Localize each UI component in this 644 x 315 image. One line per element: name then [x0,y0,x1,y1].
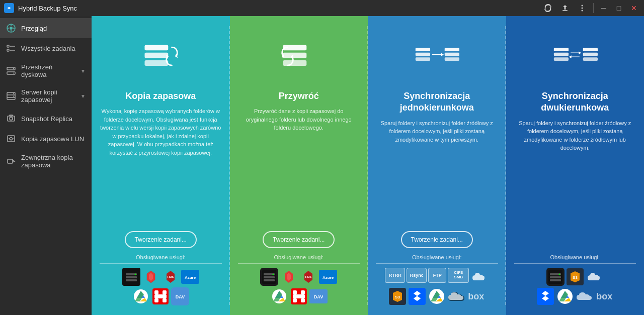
refresh-button[interactable] [541,1,555,15]
svg-point-1 [8,7,10,9]
card-restore-services-label: Obsługiwane usługi: [238,254,360,260]
service-qnap-s2 [546,268,565,286]
service-azure-red-r: HBS [299,268,317,286]
svg-rect-2 [562,10,568,11]
card-backup-title: Kopia zapasowa [125,90,196,102]
svg-rect-105 [550,279,561,281]
card-sync-two-services: Obsługiwane usługi: [514,254,636,307]
svg-rect-75 [301,290,305,294]
svg-rect-94 [554,57,569,61]
svg-rect-99 [583,48,598,51]
svg-rect-57 [283,60,306,66]
sidebar-item-serwer-kopii-zapasowej[interactable]: Serwer kopii zapasowej ▼ [0,83,92,109]
sidebar-item-wszystkie-zadania[interactable]: Wszystkie zadania [0,38,92,58]
svg-rect-62 [264,276,275,278]
svg-point-5 [582,10,583,12]
storage-icon [6,66,16,76]
svg-rect-31 [145,53,169,58]
sidebar-item-przestrzen-dyskowa[interactable]: Przestrzeń dyskowa ▼ [0,58,92,83]
svg-rect-13 [7,49,9,51]
service-webdav-r: DAV [309,287,328,305]
sidebar-item-snapshot-replica[interactable]: Snapshot Replica [0,109,92,129]
service-microsoft-azure-r: Azure [319,268,337,286]
svg-rect-104 [550,276,561,278]
card-sync-one-title: Synchronizacja jednokierunkowa [376,90,498,114]
card-sync-one-services-label: Obsługiwane usługi: [376,254,498,260]
svg-rect-93 [554,53,569,56]
card-sync-one-services: Obsługiwane usługi: RTRR Rsync FTP CIFSS… [376,254,498,307]
sidebar-label-wszystkie-zadania: Wszystkie zadania [21,45,75,52]
restore-icon-area [276,26,321,86]
svg-text:Azure: Azure [185,275,196,280]
service-azure-hub-r [280,268,298,286]
card-backup: Kopia zapasowa Wykonaj kopię zapasową wy… [92,16,230,315]
svg-point-7 [10,27,13,30]
service-dropbox [408,287,426,305]
svg-marker-98 [569,55,571,58]
card-backup-services: Obsługiwane usługi: [100,254,222,307]
sidebar-item-zewnetrzna-kopia-zapasowa[interactable]: Zewnętrzna kopia zapasowa [0,149,92,174]
card-backup-button[interactable]: Tworzenie zadani... [125,231,197,248]
chevron-icon-2: ▼ [80,93,86,99]
svg-rect-50 [163,290,167,294]
card-restore-services: Obsługiwane usługi: [238,254,360,307]
svg-rect-82 [416,57,430,61]
card-sync-one-button[interactable]: Tworzenie zadani... [401,231,473,248]
svg-point-18 [13,68,14,69]
service-cloud [470,268,489,286]
service-hubic-s2 [576,287,594,305]
service-gdrive-s2 [556,287,574,305]
list-icon [6,43,16,53]
service-dropbox-s2 [536,287,554,305]
svg-text:DAV: DAV [314,294,323,299]
service-googledrive-r [270,287,288,305]
svg-marker-84 [441,53,444,56]
svg-text:HBS: HBS [167,275,174,278]
svg-point-26 [10,117,13,120]
backup-icon-area [138,26,183,86]
svg-text:DAV: DAV [176,294,185,299]
svg-text:Azure: Azure [323,275,334,280]
service-webdav: DAV [171,287,189,305]
svg-point-23 [13,93,14,94]
card-backup-services-label: Obsługiwane usługi: [100,254,222,260]
svg-rect-101 [583,57,598,61]
sidebar-item-kopia-zapasowa-lun[interactable]: Kopia zapasowa LUN [0,129,92,149]
service-microsoft-azure: Azure [181,268,199,286]
sidebar-label-snapshot-replica: Snapshot Replica [21,115,72,123]
service-rsync: Rsync [407,268,427,283]
svg-text:S3: S3 [573,275,578,280]
svg-rect-32 [145,60,169,66]
svg-rect-63 [264,279,275,281]
service-ftp: FTP [428,268,446,283]
svg-rect-51 [154,298,158,302]
maximize-button[interactable]: □ [613,2,625,14]
sidebar-item-przeglad[interactable]: Przegląd [0,18,92,38]
service-gdrive [428,287,446,305]
svg-rect-30 [145,45,169,51]
svg-rect-87 [445,57,459,61]
service-box: box [467,287,485,305]
more-button[interactable] [575,1,589,15]
svg-rect-92 [554,48,569,51]
card-restore-button[interactable]: Tworzenie zadani... [263,231,335,248]
sidebar-label-przestrzen-dyskowa: Przestrzeń dyskowa [21,63,75,78]
close-button[interactable]: ✕ [628,2,640,14]
svg-marker-96 [579,51,581,54]
svg-rect-73 [293,294,305,298]
sync-one-icon-area [414,26,459,86]
minimize-button[interactable]: ─ [598,2,610,14]
home-icon [6,23,16,33]
svg-rect-38 [126,279,137,281]
svg-rect-85 [445,48,459,51]
svg-rect-27 [10,115,13,116]
service-qnap [122,268,140,286]
svg-rect-77 [301,298,305,302]
service-box-s2: box [595,287,613,305]
service-qnap-r [260,268,278,286]
card-sync-two-title: Synchronizacja dwukierunkowa [514,90,636,114]
sidebar-label-zewnetrzna-kopia-zapasowa: Zewnętrzna kopia zapasowa [21,154,86,169]
upload-button[interactable] [558,1,572,15]
service-amazons3-s2: S3 [566,268,584,286]
svg-rect-86 [445,53,459,56]
